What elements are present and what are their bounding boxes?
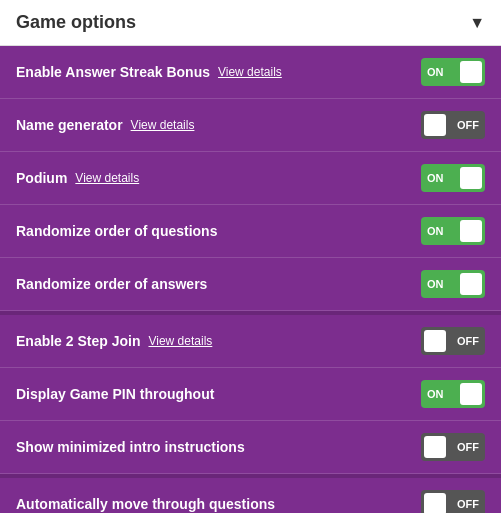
label-name-generator: Name generator bbox=[16, 117, 123, 133]
toggle-podium[interactable]: ON bbox=[421, 164, 485, 192]
toggle-wrapper-podium: ON bbox=[421, 164, 485, 192]
label-group-randomize-order-of-answers: Randomize order of answers bbox=[16, 276, 207, 292]
toggle-knob-enable-2-step-join bbox=[424, 330, 446, 352]
label-group-enable-2-step-join: Enable 2 Step JoinView details bbox=[16, 333, 212, 349]
option-row-show-minimized-intro-instructions: Show minimized intro instructionsOFF bbox=[0, 421, 501, 474]
toggle-knob-enable-answer-streak-bonus bbox=[460, 61, 482, 83]
label-group-show-minimized-intro-instructions: Show minimized intro instructions bbox=[16, 439, 245, 455]
toggle-enable-answer-streak-bonus[interactable]: ON bbox=[421, 58, 485, 86]
label-randomize-order-of-questions: Randomize order of questions bbox=[16, 223, 217, 239]
toggle-wrapper-enable-2-step-join: OFF bbox=[421, 327, 485, 355]
label-group-enable-answer-streak-bonus: Enable Answer Streak BonusView details bbox=[16, 64, 282, 80]
toggle-knob-display-game-pin-throughout bbox=[460, 383, 482, 405]
options-list: Enable Answer Streak BonusView detailsON… bbox=[0, 46, 501, 513]
label-automatically-move-through-questions: Automatically move through questions bbox=[16, 496, 275, 512]
toggle-wrapper-automatically-move-through-questions: OFF bbox=[421, 490, 485, 513]
option-row-name-generator: Name generatorView detailsOFF bbox=[0, 99, 501, 152]
game-options-panel: Game options ▼ Enable Answer Streak Bonu… bbox=[0, 0, 501, 513]
toggle-name-generator[interactable]: OFF bbox=[421, 111, 485, 139]
label-group-display-game-pin-throughout: Display Game PIN throughout bbox=[16, 386, 214, 402]
toggle-knob-automatically-move-through-questions bbox=[424, 493, 446, 513]
toggle-label-podium: ON bbox=[427, 172, 444, 184]
toggle-knob-podium bbox=[460, 167, 482, 189]
option-row-podium: PodiumView detailsON bbox=[0, 152, 501, 205]
view-details-link-name-generator[interactable]: View details bbox=[131, 118, 195, 132]
toggle-randomize-order-of-answers[interactable]: ON bbox=[421, 270, 485, 298]
view-details-link-enable-answer-streak-bonus[interactable]: View details bbox=[218, 65, 282, 79]
toggle-knob-name-generator bbox=[424, 114, 446, 136]
view-details-link-podium[interactable]: View details bbox=[75, 171, 139, 185]
label-group-name-generator: Name generatorView details bbox=[16, 117, 194, 133]
toggle-automatically-move-through-questions[interactable]: OFF bbox=[421, 490, 485, 513]
label-group-automatically-move-through-questions: Automatically move through questions bbox=[16, 496, 275, 512]
option-row-randomize-order-of-answers: Randomize order of answersON bbox=[0, 258, 501, 311]
view-details-link-enable-2-step-join[interactable]: View details bbox=[148, 334, 212, 348]
toggle-enable-2-step-join[interactable]: OFF bbox=[421, 327, 485, 355]
toggle-label-display-game-pin-throughout: ON bbox=[427, 388, 444, 400]
toggle-knob-show-minimized-intro-instructions bbox=[424, 436, 446, 458]
option-row-display-game-pin-throughout: Display Game PIN throughoutON bbox=[0, 368, 501, 421]
toggle-wrapper-show-minimized-intro-instructions: OFF bbox=[421, 433, 485, 461]
toggle-label-randomize-order-of-questions: ON bbox=[427, 225, 444, 237]
label-enable-answer-streak-bonus: Enable Answer Streak Bonus bbox=[16, 64, 210, 80]
label-group-randomize-order-of-questions: Randomize order of questions bbox=[16, 223, 217, 239]
toggle-show-minimized-intro-instructions[interactable]: OFF bbox=[421, 433, 485, 461]
toggle-label-enable-answer-streak-bonus: ON bbox=[427, 66, 444, 78]
option-row-enable-2-step-join: Enable 2 Step JoinView detailsOFF bbox=[0, 315, 501, 368]
label-enable-2-step-join: Enable 2 Step Join bbox=[16, 333, 140, 349]
panel-title: Game options bbox=[16, 12, 136, 33]
toggle-label-name-generator: OFF bbox=[457, 119, 479, 131]
toggle-label-automatically-move-through-questions: OFF bbox=[457, 498, 479, 510]
toggle-label-show-minimized-intro-instructions: OFF bbox=[457, 441, 479, 453]
toggle-display-game-pin-throughout[interactable]: ON bbox=[421, 380, 485, 408]
toggle-wrapper-name-generator: OFF bbox=[421, 111, 485, 139]
option-row-automatically-move-through-questions: Automatically move through questionsOFF bbox=[0, 478, 501, 513]
label-randomize-order-of-answers: Randomize order of answers bbox=[16, 276, 207, 292]
label-group-podium: PodiumView details bbox=[16, 170, 139, 186]
toggle-wrapper-randomize-order-of-answers: ON bbox=[421, 270, 485, 298]
toggle-wrapper-display-game-pin-throughout: ON bbox=[421, 380, 485, 408]
toggle-knob-randomize-order-of-questions bbox=[460, 220, 482, 242]
label-podium: Podium bbox=[16, 170, 67, 186]
label-display-game-pin-throughout: Display Game PIN throughout bbox=[16, 386, 214, 402]
toggle-label-enable-2-step-join: OFF bbox=[457, 335, 479, 347]
label-show-minimized-intro-instructions: Show minimized intro instructions bbox=[16, 439, 245, 455]
toggle-knob-randomize-order-of-answers bbox=[460, 273, 482, 295]
chevron-down-icon: ▼ bbox=[469, 14, 485, 32]
toggle-label-randomize-order-of-answers: ON bbox=[427, 278, 444, 290]
option-row-enable-answer-streak-bonus: Enable Answer Streak BonusView detailsON bbox=[0, 46, 501, 99]
option-row-randomize-order-of-questions: Randomize order of questionsON bbox=[0, 205, 501, 258]
panel-header[interactable]: Game options ▼ bbox=[0, 0, 501, 46]
toggle-randomize-order-of-questions[interactable]: ON bbox=[421, 217, 485, 245]
toggle-wrapper-randomize-order-of-questions: ON bbox=[421, 217, 485, 245]
toggle-wrapper-enable-answer-streak-bonus: ON bbox=[421, 58, 485, 86]
